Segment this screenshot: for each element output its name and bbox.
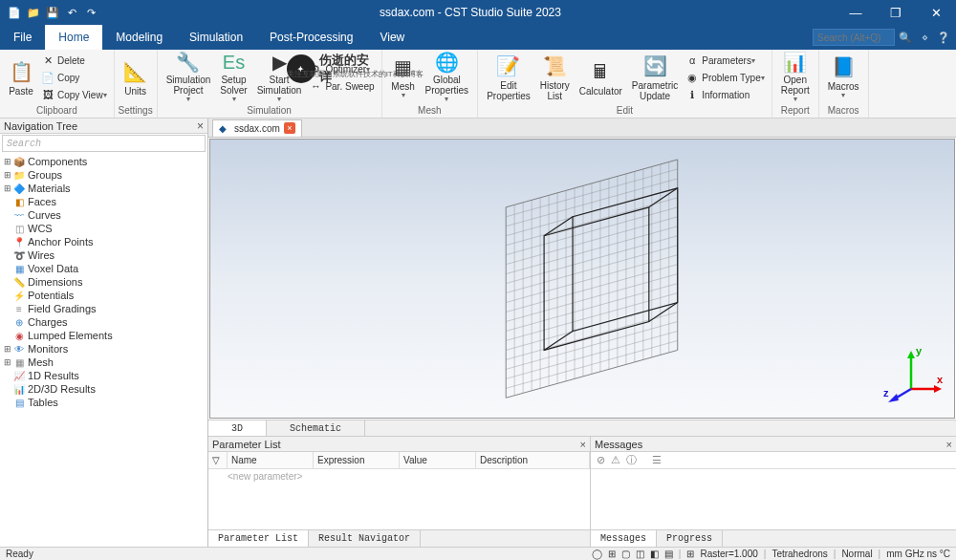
parameters-button[interactable]: αParameters xyxy=(683,52,768,69)
nav-tree[interactable]: ⊞📦Components⊞📁Groups⊞🔷Materials◧Faces〰Cu… xyxy=(0,153,207,547)
tab-parameter-list[interactable]: Parameter List xyxy=(208,530,309,547)
expand-icon[interactable]: ⋄ xyxy=(916,29,933,46)
tree-item-lumped-elements[interactable]: ◉Lumped Elements xyxy=(0,329,207,342)
copy-button[interactable]: 📄Copy xyxy=(38,69,110,86)
tab-modeling[interactable]: Modeling xyxy=(102,25,176,50)
doc-close-icon[interactable]: × xyxy=(284,122,295,134)
group-settings: Settings xyxy=(115,105,157,118)
col-expression[interactable]: Expression xyxy=(314,452,400,468)
svg-line-42 xyxy=(649,187,678,206)
status-icon-2[interactable]: ⊞ xyxy=(608,549,616,559)
status-icon-1[interactable]: ◯ xyxy=(592,549,602,559)
group-simulation: Simulation xyxy=(158,105,381,118)
delete-button[interactable]: ✕Delete xyxy=(38,52,110,69)
close-icon[interactable]: ✕ xyxy=(916,0,956,25)
list-icon[interactable]: ☰ xyxy=(652,454,662,466)
status-icon-3[interactable]: ▢ xyxy=(621,549,630,559)
col-value[interactable]: Value xyxy=(400,452,476,468)
tab-simulation[interactable]: Simulation xyxy=(176,25,256,50)
tree-item-tables[interactable]: ▤Tables xyxy=(0,396,207,409)
maximize-icon[interactable]: ❐ xyxy=(876,0,916,25)
search-icon[interactable]: 🔍 xyxy=(897,29,914,46)
information-button[interactable]: ℹInformation xyxy=(683,86,768,103)
setup-solver-button[interactable]: EsSetup Solver xyxy=(215,52,251,103)
svg-marker-46 xyxy=(907,351,915,358)
view-tab-schematic[interactable]: Schematic xyxy=(267,420,365,437)
filter-icon[interactable]: ▽ xyxy=(208,452,228,468)
tree-item-groups[interactable]: ⊞📁Groups xyxy=(0,168,207,182)
col-name[interactable]: Name xyxy=(228,452,314,468)
status-icon-5[interactable]: ◧ xyxy=(650,549,659,559)
nav-search-input[interactable]: Search xyxy=(2,135,206,152)
tree-item-1d-results[interactable]: 📈1D Results xyxy=(0,369,207,382)
tab-home[interactable]: Home xyxy=(45,25,102,50)
param-close-icon[interactable]: × xyxy=(580,439,586,450)
parametric-update-button[interactable]: 🔄Parametric Update xyxy=(627,52,683,103)
tree-item-wires[interactable]: ➰Wires xyxy=(0,248,207,262)
group-clipboard: Clipboard xyxy=(0,105,114,118)
macros-button[interactable]: 📘Macros xyxy=(823,52,864,103)
open-report-button[interactable]: 📊Open Report xyxy=(776,52,815,103)
tree-item-voxel-data[interactable]: ▦Voxel Data xyxy=(0,262,207,275)
minimize-icon[interactable]: — xyxy=(836,0,876,25)
tree-item-charges[interactable]: ⊕Charges xyxy=(0,315,207,329)
simulation-project-button[interactable]: 🔧Simulation Project xyxy=(162,52,216,103)
tab-file[interactable]: File xyxy=(0,25,45,50)
save-icon[interactable]: 💾 xyxy=(46,6,59,19)
edit-properties-button[interactable]: 📝Edit Properties xyxy=(482,52,535,103)
tree-item-anchor-points[interactable]: 📍Anchor Points xyxy=(0,235,207,248)
watermark: ✦ 伤逝的安详 关注互联网与系统软件技术的IT科技博客 xyxy=(287,52,381,86)
ribbon: 📋Paste ✕Delete 📄Copy 🖼Copy View Clipboar… xyxy=(0,50,956,118)
new-parameter-placeholder[interactable]: <new parameter> xyxy=(208,469,590,529)
units-button[interactable]: 📐Units xyxy=(119,52,153,103)
tree-item-components[interactable]: ⊞📦Components xyxy=(0,155,207,168)
tree-item-materials[interactable]: ⊞🔷Materials xyxy=(0,182,207,195)
messages-close-icon[interactable]: × xyxy=(946,439,952,450)
svg-line-41 xyxy=(544,216,573,235)
tab-progress[interactable]: Progress xyxy=(657,530,723,547)
tree-item-faces[interactable]: ◧Faces xyxy=(0,195,207,208)
search-input[interactable] xyxy=(813,29,895,46)
parameter-list-panel: Parameter List× ▽ Name Expression Value … xyxy=(208,437,591,547)
paste-button[interactable]: 📋Paste xyxy=(4,52,38,103)
help-icon[interactable]: ❔ xyxy=(935,29,952,46)
model-view xyxy=(210,140,954,418)
copy-view-button[interactable]: 🖼Copy View xyxy=(38,86,110,103)
svg-marker-40 xyxy=(573,187,678,331)
tab-result-navigator[interactable]: Result Navigator xyxy=(309,530,421,547)
3d-viewport[interactable]: y x z xyxy=(209,139,955,419)
window-title: ssdax.com - CST Studio Suite 2023 xyxy=(105,6,836,19)
open-icon[interactable]: 📁 xyxy=(27,6,40,19)
tree-item-dimensions[interactable]: 📏Dimensions xyxy=(0,275,207,289)
global-properties-button[interactable]: 🌐Global Properties xyxy=(421,52,474,103)
status-icon-4[interactable]: ◫ xyxy=(636,549,644,559)
tree-item-wcs[interactable]: ◫WCS xyxy=(0,222,207,235)
nav-close-icon[interactable]: × xyxy=(197,119,204,133)
new-icon[interactable]: 📄 xyxy=(8,6,21,19)
status-icon-6[interactable]: ▤ xyxy=(664,549,673,559)
calculator-button[interactable]: 🖩Calculator xyxy=(575,52,627,103)
undo-icon[interactable]: ↶ xyxy=(65,6,78,19)
info-icon[interactable]: ⓘ xyxy=(626,453,637,467)
redo-icon[interactable]: ↷ xyxy=(84,6,98,19)
tree-item-2d/3d-results[interactable]: 📊2D/3D Results xyxy=(0,382,207,396)
title-bar: 📄 📁 💾 ↶ ↷ ssdax.com - CST Studio Suite 2… xyxy=(0,0,956,25)
doc-tab[interactable]: ◆ ssdax.com × xyxy=(212,119,302,137)
tree-item-curves[interactable]: 〰Curves xyxy=(0,208,207,222)
view-tab-3d[interactable]: 3D xyxy=(208,420,267,437)
status-raster-icon[interactable]: ⊞ xyxy=(686,549,694,559)
problem-type-button[interactable]: ◉Problem Type xyxy=(683,69,768,86)
tree-item-field-gradings[interactable]: ≡Field Gradings xyxy=(0,302,207,315)
status-accuracy: Normal xyxy=(841,549,872,559)
tab-view[interactable]: View xyxy=(366,25,418,50)
warning-icon[interactable]: ⚠ xyxy=(611,454,620,466)
clear-icon[interactable]: ⊘ xyxy=(597,454,605,466)
history-list-button[interactable]: 📜History List xyxy=(535,52,575,103)
col-description[interactable]: Description xyxy=(476,452,590,468)
tab-messages[interactable]: Messages xyxy=(591,530,657,547)
tree-item-mesh[interactable]: ⊞▦Mesh xyxy=(0,355,207,369)
tree-item-monitors[interactable]: ⊞👁Monitors xyxy=(0,342,207,355)
svg-marker-39 xyxy=(544,206,649,350)
tree-item-potentials[interactable]: ⚡Potentials xyxy=(0,289,207,302)
tab-post-processing[interactable]: Post-Processing xyxy=(256,25,366,50)
